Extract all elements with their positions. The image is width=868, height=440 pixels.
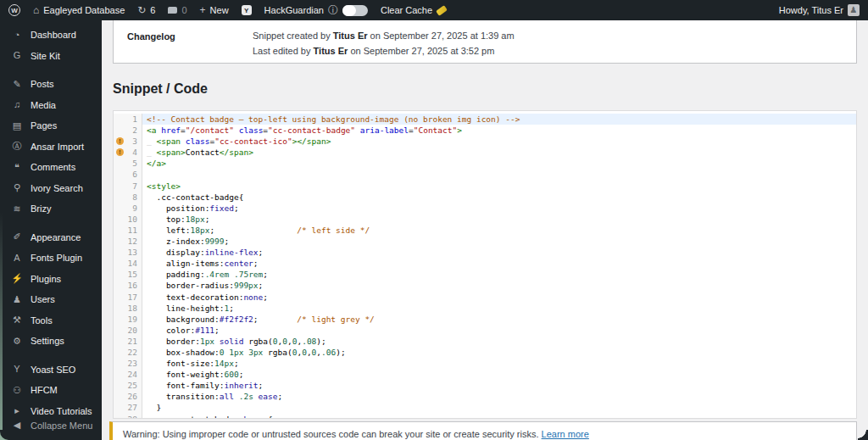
line-number: 17 [128, 292, 137, 302]
code-line[interactable]: 11 left:18px; /* left side */ [114, 225, 856, 236]
hackguardian-menu[interactable]: HackGuardian ⓘ [264, 5, 368, 16]
sidebar-item-comments[interactable]: ❝Comments [0, 157, 102, 178]
code-line-text: _ <span>Contact</span> [142, 147, 856, 158]
howdy-label: Howdy, Titus Er [779, 5, 843, 15]
line-number: 4 [132, 148, 137, 157]
code-line[interactable]: 21 border:1px solid rgba(0,0,0,.08); [114, 336, 856, 347]
sidebar-item-pages[interactable]: ▤Pages [0, 115, 102, 136]
code-line[interactable]: 5</a> [114, 158, 856, 169]
my-account-menu[interactable]: Howdy, Titus Er ♟ [779, 4, 860, 16]
code-line[interactable]: 10 top:18px; [114, 214, 856, 225]
code-line-text [142, 169, 856, 180]
code-line[interactable]: 24 font-weight:600; [114, 369, 856, 380]
broom-icon [436, 5, 448, 16]
code-line[interactable]: 15 padding:.4rem .75rem; [114, 269, 856, 280]
brush-icon: ✐ [10, 232, 24, 242]
sidebar-item-site-kit[interactable]: GSite Kit [0, 46, 102, 67]
gutter-cell: 26 [114, 391, 142, 402]
line-number: 25 [128, 381, 137, 390]
sidebar-item-collapse-menu[interactable]: ◀Collapse Menu [0, 415, 102, 437]
code-line[interactable]: 19 background:#f2f2f2; /* light grey */ [114, 314, 856, 325]
gutter-cell: 15 [114, 269, 142, 280]
sidebar-item-settings[interactable]: ⚙Settings [0, 331, 102, 352]
sidebar-item-tools[interactable]: ⚒Tools [0, 310, 102, 331]
code-line[interactable]: 2<a href="/contact" class="cc-contact-ba… [114, 125, 856, 136]
code-line[interactable]: 7<style> [114, 181, 856, 192]
sidebar-item-appearance[interactable]: ✐Appearance [0, 227, 102, 248]
code-line[interactable]: 28 .cc-contact-badge:hover{ [114, 414, 856, 419]
sidebar-item-fonts-plugin[interactable]: AFonts Plugin [0, 248, 102, 269]
code-line[interactable]: 8 .cc-contact-badge{ [114, 192, 856, 203]
sidebar-item-users[interactable]: ♟Users [0, 289, 102, 310]
line-number: 2 [132, 125, 137, 135]
sidebar-item-label: Collapse Menu [31, 421, 92, 431]
sidebar-item-label: Ansar Import [31, 142, 84, 152]
sidebar-item-yoast-seo[interactable]: YYoast SEO [0, 359, 102, 381]
clear-cache-menu[interactable]: Clear Cache [381, 5, 447, 15]
wp-logo-menu[interactable]: W [8, 4, 20, 16]
sidebar-item-hfcm[interactable]: ⚇HFCM [0, 380, 102, 401]
sidebar-item-ansar-import[interactable]: ⒶAnsar Import [0, 136, 102, 158]
code-line[interactable]: 22 box-shadow:0 1px 3px rgba(0,0,0,.06); [114, 347, 856, 358]
code-line[interactable]: 12 z-index:9999; [114, 236, 856, 247]
code-line-text: left:18px; /* left side */ [142, 225, 856, 236]
gutter-cell: !3 [114, 136, 142, 147]
line-number: 13 [128, 248, 137, 257]
comments-menu[interactable]: 0 [168, 5, 186, 15]
code-line[interactable]: 17 text-decoration:none; [114, 292, 856, 303]
code-line[interactable]: 1<!-- Contact badge — top-left using bac… [114, 114, 856, 125]
code-line[interactable]: 27 } [114, 402, 856, 413]
sidebar-item-ivory-search[interactable]: ⚲Ivory Search [0, 178, 102, 199]
site-kit-icon: G [10, 51, 24, 60]
gutter-cell: 18 [114, 303, 142, 314]
learn-more-link[interactable]: Learn more [542, 429, 589, 439]
code-line[interactable]: 26 transition:all .2s ease; [114, 391, 856, 402]
site-name-menu[interactable]: ⌂ Eagleyed Database [33, 5, 125, 15]
user-icon: ♟ [10, 295, 24, 304]
line-number: 8 [132, 192, 137, 202]
gutter-cell: 20 [114, 325, 142, 336]
yoast-menu[interactable]: Y [242, 5, 252, 15]
sidebar-item-brizy[interactable]: ≋Brizy [0, 198, 102, 220]
brizy-icon: ≋ [10, 204, 24, 214]
sidebar-item-plugins[interactable]: ⚡Plugins [0, 269, 102, 290]
clear-cache-label: Clear Cache [381, 5, 432, 15]
code-line-text: padding:.4rem .75rem; [142, 269, 856, 280]
gutter-cell: !4 [114, 147, 142, 158]
code-line[interactable]: 25 font-family:inherit; [114, 380, 856, 391]
updates-menu[interactable]: ↻ 6 [137, 5, 155, 15]
code-line[interactable]: 18 line-height:1; [114, 303, 856, 314]
code-line[interactable]: 23 font-size:14px; [114, 358, 856, 369]
code-editor[interactable]: 1<!-- Contact badge — top-left using bac… [113, 110, 857, 419]
gutter-cell: 28 [114, 414, 142, 419]
code-line-text: font-family:inherit; [142, 380, 856, 391]
info-icon: ⓘ [328, 5, 338, 15]
line-number: 9 [132, 203, 137, 213]
code-line[interactable]: 9 position:fixed; [114, 203, 856, 214]
code-line[interactable]: !4_ <span>Contact</span> [114, 147, 856, 158]
page-title: Snippet / Code [113, 81, 868, 97]
sidebar-item-media[interactable]: ♫Media [0, 95, 102, 116]
media-icon: ♫ [10, 100, 24, 109]
sidebar-item-posts[interactable]: ✎Posts [0, 74, 102, 95]
dashboard-icon: ◔ [10, 31, 24, 40]
line-number: 19 [128, 315, 137, 324]
changelog-entries: Snippet created by Titus Er on September… [253, 20, 515, 63]
code-line[interactable]: 13 display:inline-flex; [114, 247, 856, 258]
code-line[interactable]: !3_ <span class="cc-contact-ico"></span> [114, 136, 856, 147]
code-line-text: </a> [142, 158, 856, 169]
new-content-menu[interactable]: + New [200, 5, 229, 15]
code-line[interactable]: 20 color:#111; [114, 325, 856, 336]
gutter-cell: 2 [114, 125, 142, 136]
sidebar-item-dashboard[interactable]: ◔Dashboard [0, 25, 102, 46]
code-line[interactable]: 16 border-radius:999px; [114, 280, 856, 291]
code-line[interactable]: 14 align-items:center; [114, 258, 856, 269]
hackguardian-toggle[interactable] [342, 5, 368, 16]
gutter-cell: 21 [114, 336, 142, 347]
wordpress-logo-icon: W [8, 4, 20, 16]
code-line-text: .cc-contact-badge{ [142, 192, 856, 203]
code-line[interactable]: 6 [114, 169, 856, 180]
main-content: Changelog Snippet created by Titus Er on… [102, 20, 868, 440]
line-number: 5 [132, 159, 137, 168]
plugin-icon: ⚡ [10, 274, 24, 283]
